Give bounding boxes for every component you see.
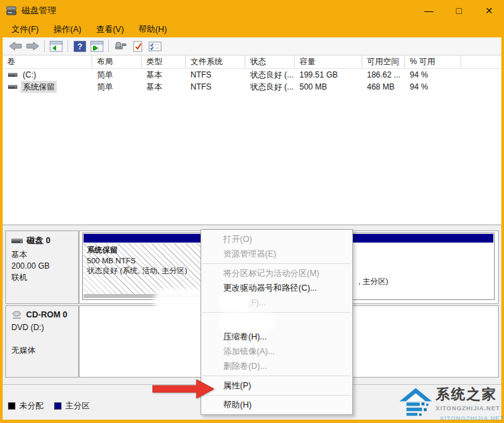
volume-cell: 468 MB bbox=[362, 81, 405, 93]
disk-tool-button[interactable] bbox=[112, 38, 129, 54]
volume-cell: 94 % bbox=[405, 81, 461, 93]
show-graph-view-icon bbox=[90, 41, 104, 52]
column-header-3[interactable]: 文件系统 bbox=[186, 55, 245, 68]
legend-label: 未分配 bbox=[19, 400, 43, 412]
disk-tool-icon bbox=[114, 41, 127, 51]
column-header-5[interactable]: 容量 bbox=[295, 55, 362, 68]
legend-swatch-unallocated bbox=[8, 402, 15, 410]
smudge-mark bbox=[221, 315, 273, 329]
check-document-button[interactable] bbox=[129, 38, 146, 54]
volume-name-label: 系统保留 bbox=[21, 81, 57, 93]
checklist-button[interactable] bbox=[146, 38, 164, 54]
volume-cell: 基本 bbox=[142, 69, 186, 81]
menubar-item-help[interactable]: 帮助(H) bbox=[131, 21, 174, 37]
maximize-button[interactable]: □ bbox=[444, 0, 474, 21]
checklist-icon bbox=[148, 41, 162, 52]
volume-cell: NTFS bbox=[186, 81, 245, 93]
column-header-2[interactable]: 类型 bbox=[142, 55, 186, 68]
menu-bar: 文件(F)操作(A)查看(V)帮助(H) bbox=[0, 21, 504, 37]
menu-separator bbox=[203, 312, 351, 313]
cdrom0-name: CD-ROM 0 bbox=[26, 310, 68, 319]
menu-item-explorer[interactable]: 资源管理器(E) bbox=[201, 247, 352, 261]
volume-cell: 基本 bbox=[142, 81, 186, 93]
forward-button[interactable] bbox=[24, 38, 41, 54]
watermark-house-logo bbox=[398, 386, 433, 418]
menu-separator bbox=[203, 395, 351, 396]
disk-management-window: 磁盘管理 — □ ✕ 文件(F)操作(A)查看(V)帮助(H) bbox=[0, 0, 504, 423]
column-header-0[interactable]: 卷 bbox=[3, 55, 92, 68]
volume-cell: 简单 bbox=[92, 81, 142, 93]
volume-cell: NTFS bbox=[186, 69, 245, 81]
watermark-title: 系统之家 bbox=[436, 386, 500, 403]
minimize-button[interactable]: — bbox=[414, 0, 444, 21]
back-button[interactable] bbox=[7, 38, 24, 54]
volume-cell: 500 MB bbox=[295, 81, 362, 93]
volume-table-body: (C:)简单基本NTFS状态良好 (...199.51 GB186.62 ...… bbox=[3, 69, 501, 93]
cdrom0-header[interactable]: CD-ROM 0 DVD (D:) 无媒体 bbox=[5, 305, 79, 378]
title-bar: 磁盘管理 — □ ✕ bbox=[0, 0, 504, 21]
volume-cell: 199.51 GB bbox=[295, 69, 362, 81]
menu-item-mark-partition-active[interactable]: 将分区标记为活动分区(M) bbox=[201, 266, 352, 281]
partition-color-bar bbox=[84, 234, 201, 243]
help-button[interactable]: ? bbox=[71, 38, 88, 54]
column-header-4[interactable]: 状态 bbox=[245, 55, 295, 68]
hard-disk-icon bbox=[11, 238, 23, 244]
menu-item-open[interactable]: 打开(O) bbox=[201, 232, 352, 247]
volume-row-0[interactable]: (C:)简单基本NTFS状态良好 (...199.51 GB186.62 ...… bbox=[3, 69, 501, 81]
partition-status: 状态良好 (系统, 活动, 主分区) bbox=[87, 266, 198, 277]
legend-item-primary-partition: 主分区 bbox=[54, 392, 90, 420]
cd-rom-icon bbox=[11, 311, 22, 319]
volume-table-header: 卷布局类型文件系统状态容量可用空间% 可用 bbox=[3, 55, 501, 69]
close-button[interactable]: ✕ bbox=[474, 0, 504, 21]
partition-size: 500 MB NTFS bbox=[87, 256, 198, 267]
menu-item-add-mirror[interactable]: 添加镜像(A)... bbox=[201, 344, 352, 359]
legend-item-unallocated: 未分配 bbox=[8, 392, 43, 420]
column-header-1[interactable]: 布局 bbox=[92, 55, 142, 68]
smudge-mark bbox=[221, 296, 248, 309]
check-document-icon bbox=[132, 41, 144, 52]
menu-separator bbox=[203, 376, 351, 376]
window-title: 磁盘管理 bbox=[21, 5, 56, 17]
menubar-item-view[interactable]: 查看(V) bbox=[89, 21, 132, 37]
partition-context-menu: 打开(O)资源管理器(E)将分区标记为活动分区(M)更改驱动器号和路径(C)..… bbox=[201, 229, 353, 415]
volume-cell: 186.62 ... bbox=[362, 69, 405, 81]
volume-drive-icon bbox=[8, 84, 17, 90]
menubar-item-file[interactable]: 文件(F) bbox=[4, 21, 46, 37]
show-list-view-button[interactable] bbox=[47, 38, 65, 54]
volume-name-cell: (C:) bbox=[3, 69, 92, 81]
legend-label: 主分区 bbox=[66, 400, 90, 412]
partition-title: 系统保留 bbox=[87, 245, 198, 256]
app-icon bbox=[6, 6, 17, 15]
volume-row-1[interactable]: 系统保留简单基本NTFS状态良好 (...500 MB468 MB94 % bbox=[3, 81, 501, 93]
menu-item-format[interactable]: 格式化(F)... bbox=[201, 295, 352, 310]
menubar-item-action[interactable]: 操作(A) bbox=[46, 21, 89, 37]
column-header-7[interactable]: % 可用 bbox=[405, 55, 461, 68]
cdrom0-drive: DVD (D:) bbox=[11, 322, 78, 333]
volume-list-panel: 卷布局类型文件系统状态容量可用空间% 可用 (C:)简单基本NTFS状态良好 (… bbox=[3, 55, 501, 225]
back-icon bbox=[9, 41, 22, 51]
volume-name-label: (C:) bbox=[21, 69, 38, 81]
volume-cell: 94 % bbox=[405, 69, 461, 81]
menu-item-delete-volume[interactable]: 删除卷(D)... bbox=[201, 359, 352, 374]
menu-item-shrink-volume[interactable]: 压缩卷(H)... bbox=[201, 329, 352, 344]
show-graph-view-button[interactable] bbox=[88, 38, 106, 54]
disk0-status: 联机 bbox=[11, 272, 78, 283]
menu-item-help[interactable]: 帮助(H) bbox=[201, 398, 352, 412]
column-header-filler bbox=[461, 55, 501, 68]
menu-item-properties[interactable]: 属性(P) bbox=[201, 378, 352, 393]
toolbar-separator bbox=[68, 40, 68, 52]
partition-system-reserved[interactable]: 系统保留 500 MB NTFS 状态良好 (系统, 活动, 主分区) bbox=[82, 233, 203, 300]
cdrom0-media-status: 无媒体 bbox=[11, 345, 78, 356]
watermark: 系统之家 XITONGZHIJIA.NET XITONGZHIJIA.NET bbox=[398, 386, 500, 420]
watermark-ghost-text: XITONGZHIJIA.NET bbox=[440, 415, 504, 422]
red-arrow-annotation bbox=[152, 380, 214, 398]
svg-text:?: ? bbox=[77, 42, 82, 51]
menu-separator bbox=[203, 263, 351, 264]
toolbar-separator bbox=[44, 40, 45, 52]
menu-item-change-drive-letter[interactable]: 更改驱动器号和路径(C)... bbox=[201, 281, 352, 295]
disk0-header[interactable]: 磁盘 0 基本 200.00 GB 联机 bbox=[5, 231, 79, 304]
column-header-6[interactable]: 可用空间 bbox=[362, 55, 405, 68]
menu-item-extend-volume[interactable]: 扩展卷(X)... bbox=[201, 315, 352, 329]
help-icon: ? bbox=[74, 41, 86, 52]
toolbar-separator bbox=[108, 40, 109, 52]
